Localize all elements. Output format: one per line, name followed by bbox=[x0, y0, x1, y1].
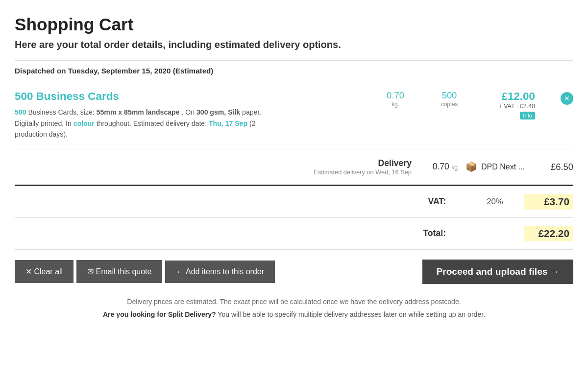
product-gsm: 300 gsm, Silk bbox=[196, 108, 240, 116]
split-delivery-bold: Are you looking for Split Delivery? bbox=[103, 310, 216, 318]
product-qty: 500 bbox=[15, 108, 26, 116]
actions-bar: ✕ Clear all ✉ Email this quote ← Add ite… bbox=[15, 250, 573, 289]
proceed-upload-button[interactable]: Proceed and upload files → bbox=[422, 260, 573, 284]
vat-row: VAT: 20% £3.70 bbox=[15, 186, 573, 218]
product-mid: . On bbox=[181, 108, 195, 116]
split-delivery-text: You will be able to specify multiple del… bbox=[218, 310, 485, 318]
delivery-carrier: 📦 DPD Next ... bbox=[466, 161, 544, 172]
page-subtitle: Here are your total order details, inclu… bbox=[15, 39, 573, 50]
delivery-label-block: Delivery Estimated delivery on Wed, 16 S… bbox=[15, 158, 426, 176]
product-copies-value: 500 bbox=[432, 90, 466, 101]
total-row: Total: £22.20 bbox=[15, 218, 573, 249]
clear-all-button[interactable]: ✕ Clear all bbox=[15, 260, 74, 283]
footer-notes: Delivery prices are estimated. The exact… bbox=[15, 289, 573, 326]
delivery-weight-value: 0.70 bbox=[433, 162, 449, 171]
product-colour: colour bbox=[74, 119, 95, 127]
remove-product-button[interactable]: ✕ bbox=[561, 92, 573, 105]
product-weight-value: 0.70 bbox=[378, 90, 413, 101]
delivery-weight: 0.70 kg. bbox=[426, 162, 466, 172]
product-date: Thu, 17 Sep bbox=[209, 119, 247, 127]
page-title: Shopping Cart bbox=[15, 15, 573, 34]
product-name: 500 Business Cards bbox=[15, 90, 368, 103]
delivery-price: £6.50 bbox=[544, 162, 573, 172]
carrier-icon: 📦 bbox=[466, 161, 477, 172]
product-price-vat: + VAT : £2.40 bbox=[486, 103, 535, 110]
remove-icon: ✕ bbox=[564, 95, 570, 102]
product-weight: 0.70 kg. bbox=[378, 90, 413, 108]
delivery-weight-label: kg. bbox=[451, 164, 459, 171]
product-item-text: Business Cards, size: bbox=[28, 108, 94, 116]
product-weight-label: kg. bbox=[378, 101, 413, 108]
summary-section: VAT: 20% £3.70 Total: £22.20 bbox=[15, 186, 573, 250]
product-copies-label: copies bbox=[432, 101, 466, 108]
total-label: Total: bbox=[15, 228, 466, 238]
vat-label: VAT: bbox=[15, 196, 466, 207]
delivery-title: Delivery bbox=[15, 158, 412, 168]
dispatch-info: Dispatched on Tuesday, September 15, 202… bbox=[15, 60, 573, 81]
product-row: 500 Business Cards 500 Business Cards, s… bbox=[15, 81, 573, 149]
split-delivery-note: Are you looking for Split Delivery? You … bbox=[15, 310, 573, 318]
product-meta: 0.70 kg. 500 copies £12.00 + VAT : £2.40… bbox=[368, 90, 573, 119]
product-size: 55mm x 85mm landscape bbox=[97, 108, 180, 116]
carrier-name: DPD Next ... bbox=[481, 163, 525, 171]
vat-amount: £3.70 bbox=[524, 194, 573, 210]
product-price: £12.00 bbox=[486, 90, 535, 103]
product-throughout: throughout. Estimated delivery date: bbox=[97, 119, 207, 127]
total-amount: £22.20 bbox=[524, 226, 573, 241]
delivery-note: Delivery prices are estimated. The exact… bbox=[15, 298, 573, 306]
add-items-button[interactable]: ← Add items to this order bbox=[165, 261, 275, 283]
product-copies: 500 copies bbox=[432, 90, 466, 108]
email-quote-button[interactable]: ✉ Email this quote bbox=[76, 260, 162, 283]
info-badge[interactable]: Info bbox=[520, 112, 535, 119]
delivery-row: Delivery Estimated delivery on Wed, 16 S… bbox=[15, 149, 573, 186]
delivery-subtitle: Estimated delivery on Wed, 16 Sep bbox=[15, 168, 412, 176]
product-price-block: £12.00 + VAT : £2.40 Info bbox=[486, 90, 535, 119]
product-description: 500 Business Cards, size: 55mm x 85mm la… bbox=[15, 107, 284, 140]
vat-percentage: 20% bbox=[466, 197, 524, 207]
product-info: 500 Business Cards 500 Business Cards, s… bbox=[15, 90, 368, 140]
